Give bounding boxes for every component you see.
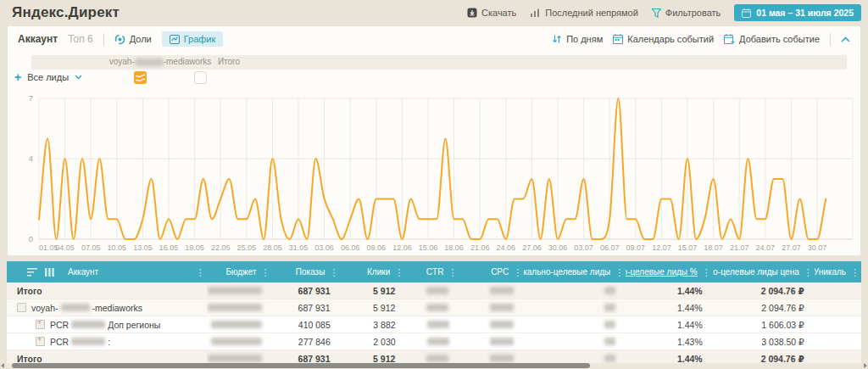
cell-budget (207, 282, 272, 299)
column-label: Уникально-целевые лиды цена (713, 267, 799, 277)
metric-selector[interactable]: + Все лиды (14, 72, 82, 82)
column-header-budget[interactable]: Бюджет⋮ (207, 261, 272, 282)
account-name: PCR: (50, 337, 110, 347)
column-menu-icon[interactable]: ⋮ (615, 266, 624, 277)
cell-clicks: 3 882 (341, 316, 406, 333)
cell-value: 410 085 (298, 320, 331, 330)
column-header-leads_pct[interactable]: Уникально-целевые лиды %⋮ (626, 261, 712, 282)
series-toggle-itogo[interactable] (194, 71, 207, 84)
text-part: voyah- (109, 57, 135, 66)
column-header-clicks[interactable]: Клики⋮ (340, 261, 405, 282)
column-menu-icon[interactable]: ⋮ (261, 266, 270, 277)
text-part: Итого (17, 354, 42, 364)
collapse-chevron-icon[interactable] (841, 36, 850, 42)
date-range-label: 01 мая – 31 июля 2025 (756, 8, 854, 18)
add-event-button[interactable]: Добавить событие (724, 34, 820, 44)
redacted-value (427, 321, 449, 328)
top-n-label[interactable]: Топ 6 (68, 33, 93, 45)
cell-value: 1.44% (677, 354, 703, 364)
cell-value: 1 606.03 ₽ (761, 320, 804, 330)
series-toggle-voyah[interactable] (134, 71, 147, 84)
calendar-icon (742, 8, 751, 18)
column-header-extra[interactable]: Уникаль⋮ (815, 261, 861, 282)
account-name: voyah--mediaworks (31, 303, 142, 313)
cell-extra (815, 333, 861, 349)
cell-value: 3 038.50 ₽ (761, 337, 804, 347)
cell-value: 277 846 (298, 337, 331, 347)
scrollbar-thumb[interactable] (12, 363, 590, 368)
column-menu-icon[interactable]: ⋮ (804, 266, 813, 277)
date-range-button[interactable]: 01 мая – 31 июля 2025 (734, 4, 861, 21)
chart-tab-active[interactable]: График (162, 31, 224, 47)
download-label: Скачать (481, 8, 516, 18)
account-name: Итого (17, 354, 42, 364)
x-axis-tick-label: 22.05 (211, 243, 231, 252)
add-metric-icon[interactable]: + (14, 73, 21, 81)
download-button[interactable]: Скачать (467, 8, 516, 18)
column-header-leads_cost[interactable]: Уникально-целевые лиды цена⋮ (713, 261, 815, 282)
table-row[interactable]: PCR:277 8462 0301.43%3 038.50 ₽ (7, 333, 861, 350)
x-axis-tick-label: 21.07 (730, 243, 749, 252)
scroll-right-arrow-icon[interactable] (864, 363, 867, 368)
cell-value: 1.44% (677, 286, 703, 296)
expand-plus-icon[interactable] (36, 320, 45, 329)
timeseries-chart: 04701.0504.0507.0510.0513.0516.0519.0522… (8, 92, 862, 259)
column-menu-icon[interactable]: ⋮ (196, 266, 205, 277)
cell-extra (815, 316, 861, 333)
column-header-cpc[interactable]: CPC⋮ (459, 261, 524, 282)
events-calendar-icon (613, 34, 623, 44)
table-row[interactable]: voyah--mediaworks687 9315 9121.44%2 094.… (7, 299, 861, 316)
attribution-button[interactable]: Последний непрямой (530, 8, 638, 18)
table-row[interactable]: PCRДоп регионы410 0853 8821.44%1 606.03 … (7, 316, 861, 333)
expand-plus-icon[interactable] (36, 337, 45, 346)
x-axis-tick-label: 19.05 (185, 243, 204, 252)
cell-leads_pct: 1.44% (626, 282, 712, 299)
cell-clicks: 5 912 (341, 299, 406, 316)
redacted-value (427, 338, 449, 345)
column-menu-icon[interactable]: ⋮ (702, 266, 711, 277)
column-label: Уникаль (815, 267, 846, 277)
cell-shows: 687 931 (272, 299, 341, 316)
redacted-value (135, 59, 164, 66)
cell-budget (207, 333, 272, 349)
scroll-left-arrow-icon[interactable] (1, 363, 4, 368)
shares-tab[interactable]: Доли (114, 34, 152, 45)
columns-icon[interactable] (45, 268, 54, 277)
column-header-leads[interactable]: Уникально-целевые лиды⋮ (524, 261, 626, 282)
table-row[interactable]: Итого687 9315 9121.44%2 094.76 ₽ (7, 282, 861, 299)
sort-rows-icon[interactable] (27, 268, 37, 277)
x-axis-tick-label: 30.06 (548, 243, 568, 252)
group-by-label: Аккаунт (18, 33, 58, 45)
column-header-shows[interactable]: Показы⋮ (272, 261, 341, 282)
cell-value: 2 094.76 ₽ (761, 354, 804, 364)
by-days-button[interactable]: По дням (552, 34, 603, 44)
column-label: Бюджет (225, 267, 256, 277)
x-axis-tick-label: 15.07 (678, 243, 698, 252)
x-axis-tick-label: 28.05 (263, 243, 282, 252)
x-axis-tick-label: 15.06 (419, 243, 438, 252)
x-axis-tick-label: 27.06 (522, 243, 542, 252)
x-axis-tick-label: 12.07 (652, 243, 671, 252)
add-event-icon (724, 34, 735, 44)
filter-button[interactable]: Фильтровать (652, 8, 721, 18)
x-axis-tick-label: 06.06 (341, 243, 360, 252)
redacted-value (490, 355, 514, 362)
cell-cpc (459, 333, 525, 349)
cell-leads_cost: 3 038.50 ₽ (713, 333, 815, 349)
horizontal-scrollbar[interactable] (7, 363, 861, 368)
divider (103, 33, 104, 46)
column-menu-icon[interactable]: ⋮ (850, 266, 860, 277)
column-header-name[interactable]: Аккаунт⋮ (7, 261, 207, 282)
column-menu-icon[interactable]: ⋮ (513, 266, 522, 277)
filter-icon (652, 8, 661, 18)
text-part: PCR (50, 320, 69, 330)
column-menu-icon[interactable]: ⋮ (394, 266, 403, 277)
events-calendar-button[interactable]: Календарь событий (613, 34, 714, 44)
column-menu-icon[interactable]: ⋮ (448, 266, 457, 277)
checkbox-icon[interactable] (17, 303, 26, 312)
x-axis-tick-label: 12.06 (392, 243, 412, 252)
cell-value: 1.44% (677, 320, 703, 330)
column-menu-icon[interactable]: ⋮ (329, 266, 338, 277)
redacted-value (211, 321, 262, 328)
column-header-ctr[interactable]: CTR⋮ (405, 261, 459, 282)
